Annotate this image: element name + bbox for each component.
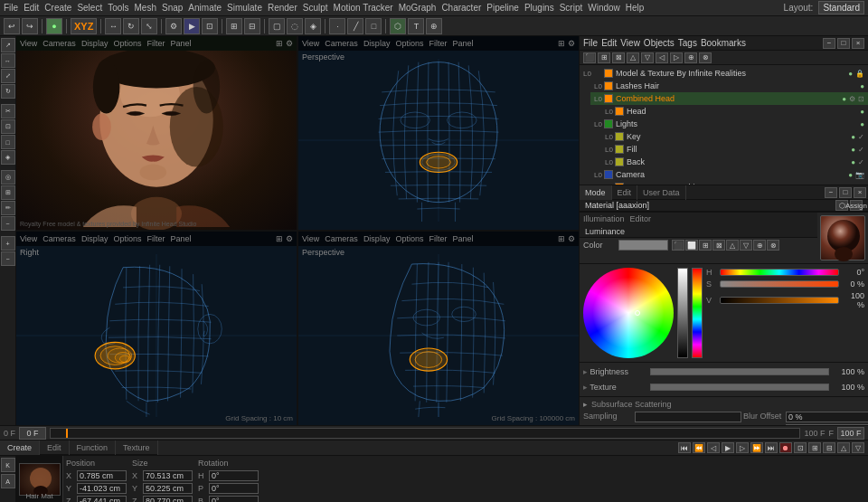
st-btn6[interactable]: ◁ bbox=[656, 52, 668, 63]
tool-undo[interactable]: ↩ bbox=[4, 18, 20, 34]
tree-vis-8[interactable]: ● bbox=[848, 171, 853, 179]
tree-item-lashes[interactable]: L0 Lashes Hair ● bbox=[590, 80, 868, 92]
mat-tab-mode[interactable]: Mode bbox=[580, 185, 612, 200]
vp3-filter[interactable]: Filter bbox=[146, 234, 165, 243]
menu-script[interactable]: Script bbox=[560, 3, 583, 13]
scene-min[interactable]: − bbox=[823, 38, 835, 49]
st-btn2[interactable]: ⊞ bbox=[598, 52, 610, 63]
color-gradient-bar[interactable] bbox=[677, 268, 688, 358]
lt-rotate[interactable]: ↻ bbox=[1, 84, 15, 99]
tree-item-lights[interactable]: L0 Lights ● bbox=[590, 118, 868, 130]
vp3-options[interactable]: Options bbox=[113, 234, 141, 243]
menu-render[interactable]: Render bbox=[268, 3, 297, 13]
vp1-options[interactable]: Options bbox=[113, 39, 141, 48]
vp2-display[interactable]: Display bbox=[363, 39, 391, 48]
tool-render[interactable]: ▶ bbox=[184, 18, 200, 34]
vp2-settings[interactable]: ⚙ bbox=[568, 39, 575, 48]
st-btn7[interactable]: ▷ bbox=[670, 52, 683, 63]
tree-vis-2[interactable]: ● bbox=[842, 95, 846, 103]
menu-mograph[interactable]: MoGraph bbox=[399, 3, 437, 13]
st-btn1[interactable]: ⬛ bbox=[583, 52, 596, 63]
tool-scale[interactable]: ⤡ bbox=[141, 18, 157, 34]
lt-paint[interactable]: ✏ bbox=[1, 201, 15, 215]
ct-btn5[interactable]: △ bbox=[726, 240, 739, 251]
vp1-display[interactable]: Display bbox=[81, 39, 108, 48]
tool-select[interactable]: ▢ bbox=[269, 18, 285, 34]
tree-vis-6[interactable]: ● bbox=[851, 146, 855, 154]
mat-subtab-editor[interactable]: Editor bbox=[630, 214, 652, 223]
tree-check-5[interactable]: ✓ bbox=[858, 133, 864, 141]
tool-edges[interactable]: ╱ bbox=[347, 18, 363, 34]
tool-axis[interactable]: ⊕ bbox=[426, 18, 442, 34]
size-y-input[interactable] bbox=[143, 483, 193, 494]
pb-play[interactable]: ▶ bbox=[722, 442, 734, 453]
tree-vis-0[interactable]: ● bbox=[848, 70, 853, 78]
tree-item-fill[interactable]: L0 Fill ● ✓ bbox=[601, 143, 868, 156]
st-btn3[interactable]: ⊠ bbox=[612, 52, 625, 63]
ct-btn8[interactable]: ⊗ bbox=[767, 240, 779, 251]
tool-points[interactable]: · bbox=[329, 18, 345, 34]
tree-vis-1[interactable]: ● bbox=[860, 82, 864, 90]
mat-max[interactable]: □ bbox=[839, 187, 852, 198]
viewport-2[interactable]: View Cameras Display Options Filter Pane… bbox=[298, 36, 579, 230]
tl-frame-input[interactable]: 0 F bbox=[19, 427, 46, 440]
menu-snap[interactable]: Snap bbox=[162, 3, 183, 13]
vp4-filter[interactable]: Filter bbox=[429, 234, 447, 243]
vp2-expand[interactable]: ⊞ bbox=[558, 39, 565, 48]
ct-btn2[interactable]: ⬜ bbox=[685, 240, 698, 251]
lt-move[interactable]: ↔ bbox=[1, 53, 15, 68]
tool-loop[interactable]: ◈ bbox=[305, 18, 321, 34]
mat-tab-edit[interactable]: Edit bbox=[612, 185, 638, 200]
ss-blur-offset-input[interactable] bbox=[786, 412, 868, 422]
lt-add[interactable]: + bbox=[1, 236, 15, 251]
tree-item-camera[interactable]: L0 Camera ● 📷 bbox=[590, 168, 868, 181]
vp4-panel[interactable]: Panel bbox=[452, 234, 473, 243]
menu-select[interactable]: Select bbox=[77, 3, 102, 13]
vp2-options[interactable]: Options bbox=[395, 39, 423, 48]
material-preview-thumb[interactable] bbox=[820, 215, 865, 260]
tree-vis-3[interactable]: ● bbox=[860, 108, 864, 116]
vp4-cameras[interactable]: Cameras bbox=[325, 234, 358, 243]
tool-render-vp[interactable]: ⊡ bbox=[202, 18, 218, 34]
pb-prev[interactable]: ⏪ bbox=[693, 442, 705, 453]
tree-item-lo[interactable]: L0 Model & Texture By Infinite Realities… bbox=[580, 67, 868, 80]
mat-tab-userdata[interactable]: User Data bbox=[637, 185, 686, 200]
scene-tags[interactable]: Tags bbox=[678, 38, 697, 48]
vp4-display[interactable]: Display bbox=[363, 234, 391, 243]
menu-plugins[interactable]: Plugins bbox=[524, 3, 554, 13]
texture-bar[interactable] bbox=[650, 384, 829, 391]
al-btn2[interactable]: A bbox=[1, 474, 15, 488]
vp4-expand[interactable]: ⊞ bbox=[558, 234, 565, 243]
anim-thumb[interactable]: Hair Mat bbox=[16, 456, 63, 502]
menu-window[interactable]: Window bbox=[588, 3, 620, 13]
hue-slider[interactable] bbox=[720, 269, 839, 276]
al-btn1[interactable]: K bbox=[1, 458, 15, 472]
vp3-view[interactable]: View bbox=[20, 234, 37, 243]
tool-texture-mode[interactable]: T bbox=[408, 18, 424, 34]
ct-btn3[interactable]: ⊞ bbox=[699, 240, 712, 251]
mat-close[interactable]: × bbox=[854, 187, 866, 198]
menu-mesh[interactable]: Mesh bbox=[135, 3, 156, 13]
tool-redo[interactable]: ↪ bbox=[22, 18, 38, 34]
pb-next[interactable]: ⏩ bbox=[750, 442, 763, 453]
menu-pipeline[interactable]: Pipeline bbox=[486, 3, 519, 13]
menu-create[interactable]: Create bbox=[44, 3, 71, 13]
menu-character[interactable]: Character bbox=[441, 3, 481, 13]
hue-bar[interactable] bbox=[692, 268, 703, 358]
ss-sampling-input[interactable] bbox=[635, 412, 741, 422]
tl-track[interactable] bbox=[50, 428, 800, 439]
vp2-panel[interactable]: Panel bbox=[452, 39, 473, 48]
scene-edit[interactable]: Edit bbox=[601, 38, 617, 48]
pb-prev-frame[interactable]: ◁ bbox=[707, 442, 720, 453]
bt-tab-edit[interactable]: Edit bbox=[40, 440, 70, 455]
menu-tools[interactable]: Tools bbox=[108, 3, 128, 13]
tl-speed-input[interactable]: 100 F bbox=[837, 427, 864, 440]
val-slider[interactable] bbox=[720, 297, 839, 304]
rot-h-input[interactable] bbox=[209, 470, 259, 481]
bt-tab-create[interactable]: Create bbox=[0, 440, 40, 455]
vp3-expand[interactable]: ⊞ bbox=[276, 234, 283, 243]
vp4-options[interactable]: Options bbox=[395, 234, 423, 243]
menu-edit[interactable]: Edit bbox=[24, 3, 39, 13]
lt-extrude[interactable]: □ bbox=[1, 135, 15, 149]
scene-max[interactable]: □ bbox=[837, 38, 850, 49]
